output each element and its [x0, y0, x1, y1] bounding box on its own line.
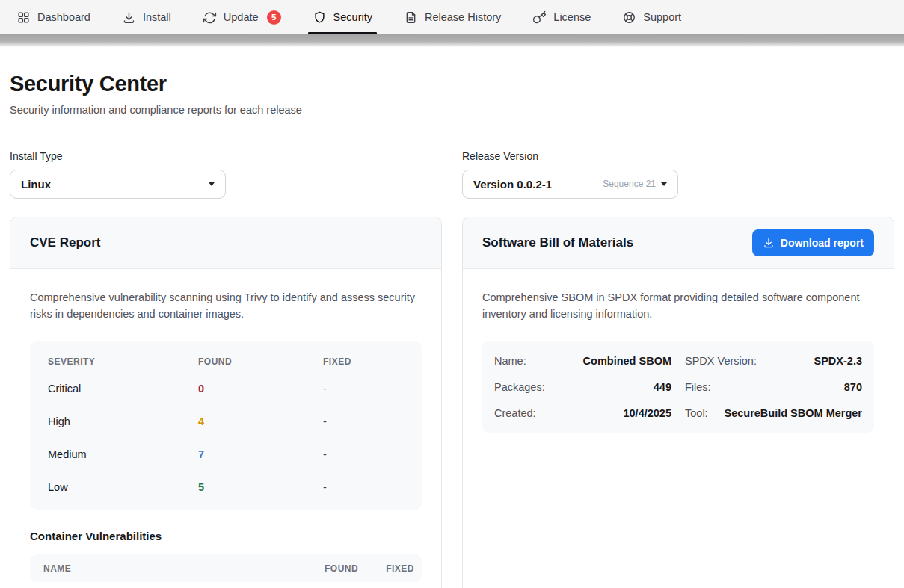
- fixed-count: -: [323, 481, 404, 493]
- sbom-detail-tool: Tool: SecureBuild SBOM Merger: [685, 400, 862, 426]
- license-key-icon: [532, 10, 547, 25]
- detail-label: Created:: [494, 407, 536, 419]
- detail-label: Packages:: [494, 381, 545, 393]
- divider-band: [0, 34, 904, 47]
- cve-card-body: Comprehensive vulnerability scanning usi…: [10, 269, 441, 588]
- severity-column-header: SEVERITY: [48, 356, 198, 367]
- sbom-card-title: Software Bill of Materials: [482, 235, 633, 250]
- table-row-high: High 4 -: [48, 405, 404, 438]
- severity-table-header: SEVERITY FOUND FIXED: [48, 344, 404, 372]
- sbom-detail-created: Created: 10/4/2025: [494, 400, 671, 426]
- sbom-card-header: Software Bill of Materials Download repo…: [463, 217, 894, 269]
- release-version-value: Version 0.0.2-1: [473, 178, 552, 191]
- nav-label: Install: [143, 11, 171, 23]
- sequence-group: Sequence 21: [603, 179, 667, 189]
- install-download-icon: [122, 10, 136, 25]
- severity-label: Medium: [48, 448, 198, 460]
- detail-label: Tool:: [685, 407, 708, 419]
- sbom-description: Comprehensive SBOM in SPDX format provid…: [482, 290, 874, 323]
- nav-item-release-history[interactable]: Release History: [388, 0, 517, 34]
- nav-item-update[interactable]: Update 5: [187, 0, 297, 34]
- nav-label: Dashboard: [37, 11, 90, 23]
- fixed-count: -: [323, 415, 404, 427]
- found-count: 4: [198, 415, 323, 427]
- sbom-detail-packages: Packages: 449: [494, 374, 671, 400]
- page-title: Security Center: [10, 72, 894, 96]
- fixed-column-header: FIXED: [386, 563, 414, 574]
- table-row-medium: Medium 7 -: [48, 438, 404, 471]
- dashboard-grid-icon: [16, 10, 31, 25]
- cve-card-header: CVE Report: [10, 217, 441, 269]
- sbom-details-grid: Name: Combined SBOM SPDX Version: SPDX-2…: [482, 341, 874, 433]
- cve-card-title: CVE Report: [30, 235, 100, 250]
- update-refresh-icon: [203, 10, 217, 25]
- main-content: Security Center Security information and…: [0, 72, 904, 588]
- nav-item-license[interactable]: License: [517, 0, 606, 34]
- detail-value: Combined SBOM: [583, 355, 671, 367]
- download-icon: [763, 237, 775, 249]
- release-version-label: Release Version: [462, 150, 894, 162]
- detail-label: Name:: [494, 355, 526, 367]
- found-count: 5: [198, 481, 323, 493]
- sbom-card: Software Bill of Materials Download repo…: [462, 217, 894, 588]
- severity-label: Low: [48, 481, 198, 493]
- nav-label: Support: [643, 11, 681, 23]
- found-column-header: FOUND: [325, 563, 358, 574]
- sbom-detail-name: Name: Combined SBOM: [494, 347, 671, 374]
- release-history-document-icon: [404, 10, 418, 25]
- detail-value: SecureBuild SBOM Merger: [724, 407, 862, 419]
- support-lifebuoy-icon: [622, 10, 636, 25]
- sequence-label: Sequence 21: [603, 179, 656, 189]
- install-type-label: Install Type: [10, 150, 442, 162]
- nav-label: Security: [333, 11, 372, 23]
- install-type-filter: Install Type Linux: [10, 150, 442, 199]
- install-type-value: Linux: [21, 178, 51, 191]
- cve-report-card: CVE Report Comprehensive vulnerability s…: [10, 217, 442, 588]
- found-count: 0: [198, 383, 323, 394]
- sbom-detail-spdx-version: SPDX Version: SPDX-2.3: [685, 347, 862, 374]
- sbom-card-body: Comprehensive SBOM in SPDX format provid…: [463, 269, 894, 454]
- detail-label: Files:: [685, 381, 711, 393]
- install-type-select[interactable]: Linux: [10, 170, 226, 199]
- severity-table: SEVERITY FOUND FIXED Critical 0 - High 4…: [30, 341, 422, 510]
- detail-label: SPDX Version:: [685, 355, 757, 367]
- nav-label: License: [553, 11, 591, 23]
- cve-description: Comprehensive vulnerability scanning usi…: [30, 290, 422, 323]
- table-row-low: Low 5 -: [48, 471, 404, 504]
- security-shield-icon: [313, 10, 327, 25]
- top-nav: Dashboard Install Update 5 Security Rele…: [0, 0, 904, 34]
- filters-row: Install Type Linux Release Version Versi…: [10, 150, 894, 199]
- nav-label: Update: [224, 11, 259, 23]
- release-version-select[interactable]: Version 0.0.2-1 Sequence 21: [462, 170, 678, 199]
- fixed-column-header: FIXED: [323, 356, 404, 367]
- nav-item-security[interactable]: Security: [297, 0, 388, 34]
- sbom-detail-files: Files: 870: [685, 374, 862, 400]
- found-column-header: FOUND: [198, 356, 323, 367]
- detail-value: 10/4/2025: [623, 407, 671, 419]
- detail-value: 449: [654, 381, 671, 393]
- download-report-label: Download report: [781, 237, 864, 249]
- nav-label: Release History: [425, 11, 501, 23]
- found-count: 7: [198, 448, 323, 460]
- page-subtitle: Security information and compliance repo…: [10, 104, 894, 116]
- severity-label: Critical: [48, 383, 198, 394]
- detail-value: SPDX-2.3: [814, 355, 862, 367]
- cards-row: CVE Report Comprehensive vulnerability s…: [10, 217, 894, 588]
- nav-item-support[interactable]: Support: [606, 0, 697, 34]
- name-column-header: NAME: [43, 563, 297, 574]
- nav-item-dashboard[interactable]: Dashboard: [1, 0, 106, 34]
- chevron-down-icon: [661, 182, 667, 186]
- detail-value: 870: [844, 381, 862, 393]
- download-report-button[interactable]: Download report: [752, 229, 874, 256]
- fixed-count: -: [323, 448, 404, 460]
- container-vulnerabilities-title: Container Vulnerabilities: [30, 530, 422, 542]
- table-row-critical: Critical 0 -: [48, 372, 404, 405]
- release-version-filter: Release Version Version 0.0.2-1 Sequence…: [462, 150, 894, 199]
- chevron-down-icon: [209, 182, 215, 186]
- update-count-badge: 5: [267, 10, 281, 25]
- nav-item-install[interactable]: Install: [106, 0, 187, 34]
- severity-label: High: [48, 415, 198, 427]
- fixed-count: -: [323, 383, 404, 394]
- container-vulnerabilities-table-header: NAME FOUND FIXED: [30, 554, 422, 582]
